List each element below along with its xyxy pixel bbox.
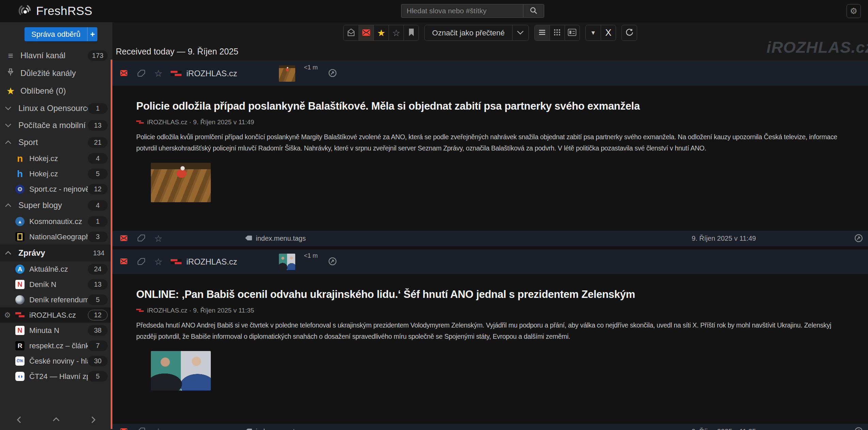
manage-subscriptions-button[interactable]: Správa odběrů: [25, 27, 87, 41]
share-icon: [328, 68, 337, 79]
grid-view-button[interactable]: [550, 25, 565, 41]
share-button[interactable]: [328, 68, 337, 79]
sidebar-category-linux[interactable]: Linux a Opensource 1: [0, 100, 112, 117]
sidebar-item-favorites[interactable]: ★ Oblíbené (0): [0, 82, 112, 100]
chevron-down-icon[interactable]: [5, 106, 14, 111]
search-input[interactable]: [401, 4, 523, 18]
tags-chip[interactable]: index.menu.tags: [245, 428, 306, 430]
sidebar-feed-label: Aktuálně.cz: [29, 265, 88, 274]
article-content: ONLINE: ‚Pan Babiš ocenil odvahu ukrajin…: [112, 274, 868, 424]
sidebar-feed-label: České noviny - hlavní u...: [29, 357, 88, 366]
nav-top-button[interactable]: [52, 415, 61, 425]
reader-view-icon: [568, 29, 577, 37]
chevron-up-icon[interactable]: [5, 251, 14, 255]
tags-chip[interactable]: index.menu.tags: [245, 235, 306, 242]
sidebar-feed-ceske-noviny[interactable]: ČTK České noviny - hlavní u... 30: [0, 353, 112, 369]
refresh-icon: [625, 28, 633, 37]
sidebar-feed-aktualne[interactable]: A Aktuálně.cz 24: [0, 261, 112, 277]
chevron-up-icon[interactable]: [5, 203, 14, 208]
add-subscription-button[interactable]: +: [87, 27, 97, 41]
list-view-button[interactable]: [535, 25, 550, 41]
chevron-up-icon[interactable]: [5, 140, 14, 145]
label-button[interactable]: [137, 69, 145, 78]
sidebar-feed-respekt[interactable]: R respekt.cz – články 7: [0, 338, 112, 353]
mark-unread-button[interactable]: [120, 428, 128, 430]
sidebar-category-super-blogy[interactable]: Super blogy 4: [0, 197, 112, 214]
toolbar: ★ ☆ Označit jako přečtené: [112, 25, 868, 41]
sidebar-feed-hokej-2[interactable]: h Hokej.cz 5: [0, 166, 112, 181]
main-area: ★ ☆ Označit jako přečtené: [112, 22, 868, 430]
sidebar-feed-denik-n[interactable]: N Deník N 13: [0, 277, 112, 292]
filter-bookmark-button[interactable]: [404, 25, 419, 41]
nav-prev-button[interactable]: [15, 415, 24, 425]
unread-badge: 5: [88, 294, 108, 305]
unread-badge: 30: [88, 356, 108, 366]
unread-badge: 1: [88, 103, 108, 114]
unread-badge: 5: [88, 169, 108, 179]
share-button[interactable]: [328, 257, 337, 267]
favorite-button[interactable]: ☆: [154, 426, 162, 430]
mark-unread-button[interactable]: [120, 70, 128, 77]
feed-favicon: ▲: [15, 217, 25, 226]
sidebar-item-main-stream[interactable]: ≡ Hlavní kanál 173: [0, 47, 112, 64]
article-title[interactable]: Policie odložila případ poslankyně Balaš…: [136, 100, 848, 112]
sidebar-feed-natgeo[interactable]: NationalGeographic.cz 3: [0, 229, 112, 244]
sidebar-category-label: Super blogy: [18, 201, 88, 210]
sidebar-feed-denik-referendum[interactable]: Deník referendum 5: [0, 292, 112, 307]
share-button[interactable]: [854, 234, 863, 244]
sidebar-feed-ct24[interactable]: ◖◗ ČT24 — Hlavní zprávy 5: [0, 369, 112, 384]
chevron-down-icon[interactable]: [5, 123, 14, 128]
unread-badge: 1: [88, 216, 108, 227]
sidebar-feed-minuta-n[interactable]: N Minuta N 38: [0, 323, 112, 338]
favorite-button[interactable]: ☆: [154, 256, 162, 267]
sidebar-feed-hokej-1[interactable]: n Hokej.cz 4: [0, 151, 112, 166]
sidebar-category-sport[interactable]: Sport 21: [0, 134, 112, 151]
gear-icon[interactable]: ⚙: [4, 311, 11, 320]
article-excerpt: Policie odložila kvůli promlčení případ …: [136, 131, 849, 154]
sidebar-item-important-feeds[interactable]: Důležité kanály: [0, 64, 112, 82]
mark-unread-button[interactable]: [120, 235, 128, 242]
filter-not-favorites-button[interactable]: ☆: [389, 25, 404, 41]
feed-favicon: [136, 120, 144, 125]
refresh-button[interactable]: [622, 25, 637, 41]
favorite-button[interactable]: ☆: [154, 68, 162, 79]
mark-as-read-button[interactable]: Označit jako přečtené: [425, 25, 512, 41]
sidebar-feed-irozhlas[interactable]: ⚙ iROZHLAS.cz 12: [0, 307, 112, 323]
mark-as-read-dropdown[interactable]: [512, 25, 528, 41]
app-logo[interactable]: FreshRSS: [17, 3, 92, 19]
sidebar-feed-kosmonautix[interactable]: ▲ Kosmonautix.cz 1: [0, 214, 112, 229]
label-button[interactable]: [137, 427, 145, 430]
search-button[interactable]: [523, 4, 544, 18]
sidebar-feed-label: Deník referendum: [29, 296, 88, 304]
sidebar-item-label: Hlavní kanál: [20, 51, 88, 60]
article-header-row[interactable]: ☆ iROZHLAS.cz <1 m: [112, 61, 868, 86]
article-footer-row[interactable]: ☆ index.menu.tags 9. Říjen 2025 v 11:49: [112, 231, 868, 246]
sidebar-category-computers[interactable]: Počítače a mobilní tel... 13: [0, 117, 112, 134]
mark-unread-button[interactable]: [120, 258, 128, 266]
filter-unread-button[interactable]: [359, 25, 374, 41]
sidebar-feed-label: NationalGeographic.cz: [29, 233, 88, 241]
article-header-row[interactable]: ☆ iROZHLAS.cz <1 m: [112, 250, 868, 274]
article-image[interactable]: [151, 351, 211, 391]
article-footer-row[interactable]: ☆ index.menu.tags 9. Říjen 2025 v 11:35: [112, 424, 868, 430]
article-title[interactable]: ONLINE: ‚Pan Babiš ocenil odvahu ukrajin…: [136, 288, 848, 301]
label-button[interactable]: [137, 234, 145, 243]
feed-favicon: A: [15, 265, 25, 274]
article-image[interactable]: [151, 163, 211, 202]
reader-view-button[interactable]: [565, 25, 580, 41]
sort-desc-button[interactable]: ▼: [586, 25, 601, 41]
nav-next-button[interactable]: [89, 415, 97, 425]
sidebar-feed-sportcz[interactable]: ⚙ Sport.cz - nejnovější čl... 12: [0, 181, 112, 197]
sidebar-feed-label: iROZHLAS.cz: [29, 311, 88, 320]
share-button[interactable]: [854, 427, 863, 430]
sidebar-category-zpravy[interactable]: Zprávy 134: [0, 244, 112, 261]
filter-all-button[interactable]: [344, 25, 359, 41]
tag-icon: [137, 258, 145, 266]
settings-button[interactable]: ⚙: [847, 4, 861, 18]
filter-favorites-button[interactable]: ★: [374, 25, 389, 41]
label-button[interactable]: [137, 258, 145, 266]
pin-icon: [5, 68, 16, 79]
favorite-button[interactable]: ☆: [154, 233, 162, 244]
feed-favicon: N: [15, 280, 25, 289]
cancel-button[interactable]: X: [601, 25, 616, 41]
